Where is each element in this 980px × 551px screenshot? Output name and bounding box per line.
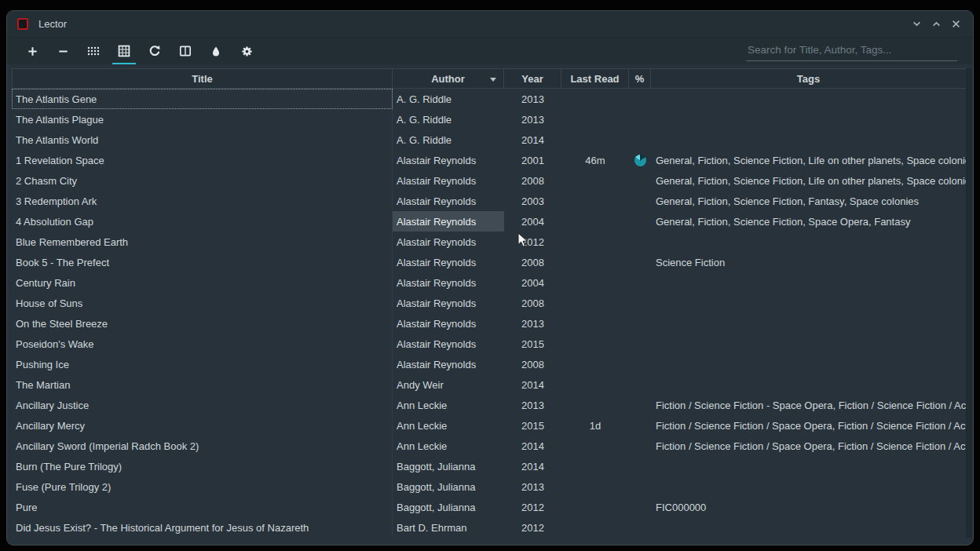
cell-tags[interactable] (651, 130, 967, 150)
cell-percent[interactable] (629, 334, 651, 354)
cell-percent[interactable] (629, 293, 651, 313)
cell-tags[interactable] (651, 109, 967, 130)
cell-title[interactable]: Ancillary Mercy (12, 415, 393, 436)
cell-author[interactable]: Alastair Reynolds (393, 150, 504, 170)
cell-percent[interactable] (629, 130, 651, 150)
table-row[interactable]: 1 Revelation Space Alastair Reynolds 200… (12, 150, 967, 170)
cell-title[interactable]: Ancillary Sword (Imperial Radch Book 2) (12, 436, 393, 456)
add-book-button[interactable] (20, 40, 44, 62)
cell-percent[interactable] (629, 191, 651, 211)
cell-tags[interactable] (651, 456, 967, 476)
table-row[interactable]: Book 5 - The Prefect Alastair Reynolds 2… (12, 252, 967, 272)
table-row[interactable]: Ancillary Sword (Imperial Radch Book 2) … (12, 436, 967, 456)
cell-last-read[interactable] (561, 211, 629, 232)
refresh-library-button[interactable] (143, 40, 166, 62)
cell-author[interactable]: Alastair Reynolds (393, 252, 504, 272)
cell-tags[interactable] (651, 89, 967, 109)
cell-author[interactable]: Alastair Reynolds (393, 354, 504, 374)
cell-year[interactable]: 2013 (504, 89, 561, 109)
cell-year[interactable]: 2001 (504, 150, 561, 170)
cell-percent[interactable] (629, 272, 651, 293)
table-row[interactable]: Ancillary Mercy Ann Leckie 2015 1d Ficti… (12, 415, 967, 436)
table-row[interactable]: Century Rain Alastair Reynolds 2004 (12, 272, 967, 293)
cell-year[interactable]: 2012 (504, 232, 561, 252)
cell-last-read[interactable] (561, 395, 629, 415)
cell-author[interactable]: Ann Leckie (393, 415, 504, 436)
table-row[interactable]: Poseidon's Wake Alastair Reynolds 2015 (12, 334, 967, 354)
table-row[interactable]: Burn (The Pure Trilogy) Baggott, Juliann… (12, 456, 967, 476)
column-header-last-read[interactable]: Last Read (561, 68, 629, 89)
cell-tags[interactable] (651, 354, 967, 374)
table-row[interactable]: The Atlantis Gene A. G. Riddle 2013 (12, 89, 967, 109)
cell-last-read[interactable] (561, 436, 629, 456)
cell-percent[interactable] (629, 415, 651, 436)
cell-percent[interactable] (629, 476, 651, 497)
cell-title[interactable]: The Atlantis Gene (12, 89, 393, 109)
column-header-percent[interactable]: % (628, 68, 651, 89)
cell-year[interactable]: 2013 (504, 109, 561, 130)
cell-year[interactable]: 2015 (504, 334, 561, 354)
theme-button[interactable] (204, 40, 228, 62)
cell-tags[interactable] (651, 293, 967, 313)
cell-title[interactable]: Book 5 - The Prefect (12, 252, 393, 272)
cell-last-read[interactable] (561, 272, 629, 293)
cell-author[interactable]: Andy Weir (393, 374, 504, 395)
cell-tags[interactable] (651, 374, 967, 395)
cell-last-read[interactable] (561, 313, 629, 334)
cell-author[interactable]: Alastair Reynolds (393, 211, 504, 232)
cell-title[interactable]: Did Jesus Exist? - The Historical Argume… (12, 517, 393, 538)
table-row[interactable]: 4 Absolution Gap Alastair Reynolds 2004 … (12, 211, 967, 232)
cell-percent[interactable] (629, 354, 651, 374)
cell-title[interactable]: Century Rain (12, 272, 393, 293)
cell-tags[interactable]: General, Fiction, Science Fiction, Life … (651, 150, 967, 170)
cell-percent[interactable] (629, 89, 651, 109)
cell-last-read[interactable] (561, 374, 629, 395)
column-header-author[interactable]: Author (392, 68, 504, 89)
cell-percent[interactable] (629, 150, 651, 170)
cell-title[interactable]: Burn (The Pure Trilogy) (12, 456, 393, 476)
cell-year[interactable]: 2014 (504, 130, 561, 150)
cell-last-read[interactable] (561, 89, 629, 109)
settings-button[interactable] (235, 40, 258, 62)
table-row[interactable]: The Atlantis World A. G. Riddle 2014 (12, 130, 967, 150)
cell-tags[interactable] (651, 232, 967, 252)
cell-year[interactable]: 2013 (504, 313, 561, 334)
table-row[interactable]: The Atlantis Plague A. G. Riddle 2013 (12, 109, 967, 130)
cell-last-read[interactable] (561, 476, 629, 497)
table-row[interactable]: 3 Redemption Ark Alastair Reynolds 2003 … (12, 191, 967, 211)
cell-tags[interactable]: General, Fiction, Science Fiction, Space… (651, 211, 967, 232)
cell-percent[interactable] (629, 170, 651, 191)
cell-author[interactable]: Baggott, Julianna (393, 476, 504, 497)
cell-year[interactable]: 2014 (504, 436, 561, 456)
cell-tags[interactable]: Science Fiction (651, 252, 967, 272)
cell-last-read[interactable] (561, 334, 629, 354)
cell-author[interactable]: Alastair Reynolds (393, 170, 504, 191)
cell-author[interactable]: Baggott, Julianna (393, 456, 504, 476)
cell-author[interactable]: Alastair Reynolds (393, 334, 504, 354)
cell-title[interactable]: Pure (12, 497, 393, 517)
table-view-button[interactable] (112, 40, 136, 62)
table-row[interactable]: Pure Baggott, Julianna 2012 FIC000000 (12, 497, 967, 517)
column-header-tags[interactable]: Tags (650, 68, 967, 89)
table-row[interactable]: Did Jesus Exist? - The Historical Argume… (12, 517, 967, 538)
open-book-button[interactable] (174, 40, 197, 62)
close-button[interactable] (949, 17, 963, 31)
cell-title[interactable]: The Martian (12, 374, 393, 395)
cell-author[interactable]: Alastair Reynolds (393, 313, 504, 334)
cell-last-read[interactable] (561, 232, 629, 252)
cell-author[interactable]: Ann Leckie (393, 436, 504, 456)
cell-tags[interactable] (651, 313, 967, 334)
cell-year[interactable]: 2012 (504, 497, 561, 517)
cell-year[interactable]: 2008 (504, 293, 561, 313)
cell-last-read[interactable] (561, 252, 629, 272)
cell-last-read[interactable]: 1d (561, 415, 629, 436)
table-row[interactable]: House of Suns Alastair Reynolds 2008 (12, 293, 967, 313)
cell-percent[interactable] (629, 232, 651, 252)
cell-author[interactable]: Alastair Reynolds (393, 191, 504, 211)
cell-tags[interactable]: Fiction / Science Fiction / Space Opera,… (651, 415, 967, 436)
minimize-button[interactable] (909, 17, 923, 31)
cell-last-read[interactable] (561, 109, 629, 130)
cell-year[interactable]: 2014 (504, 456, 561, 476)
cell-title[interactable]: 3 Redemption Ark (12, 191, 393, 211)
cell-percent[interactable] (629, 313, 651, 334)
